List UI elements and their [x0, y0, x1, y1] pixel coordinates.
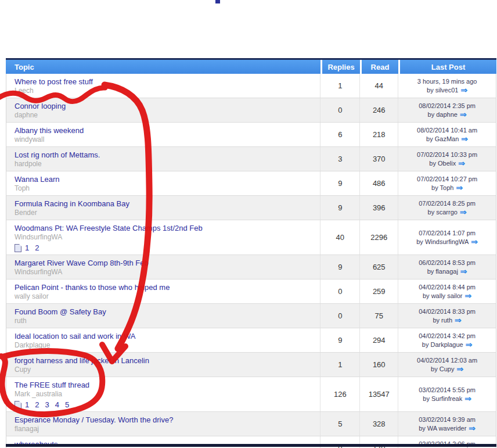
last-post-byline: by ruth ⇒	[433, 316, 461, 325]
topic-title-link[interactable]: Albany this weekend	[15, 126, 315, 135]
last-post-date: 3 hours, 19 mins ago	[417, 77, 477, 86]
goto-last-post-icon[interactable]: ⇒	[466, 342, 473, 348]
read-count: 370	[359, 147, 398, 171]
last-post-cell: 03/02/2014 9:39 am by WA waverider ⇒	[398, 412, 496, 436]
last-post-date: 08/02/2014 2:35 pm	[419, 102, 476, 110]
replies-count: 9	[320, 171, 359, 195]
read-count: 294	[359, 328, 398, 352]
page-number-link[interactable]: 1	[25, 400, 29, 409]
topic-author: daphne	[15, 111, 315, 120]
page-document-icon	[15, 244, 21, 252]
goto-last-post-icon[interactable]: ⇒	[469, 425, 476, 432]
last-post-date: 04/02/2014 3:42 pm	[419, 332, 476, 341]
last-post-cell: 08/02/2014 10:41 am by GazMan ⇒	[398, 123, 496, 146]
last-post-date: 08/02/2014 10:41 am	[417, 126, 477, 135]
table-row: The FREE stuff thread Mark _australia 12…	[6, 377, 496, 412]
topic-cell: The FREE stuff thread Mark _australia 12…	[6, 377, 320, 411]
last-post-date: 07/02/2014 8:25 pm	[419, 199, 476, 208]
table-row: Lost rig north of Mettams. hardpole 3 37…	[6, 147, 496, 171]
page-number-link[interactable]: 5	[65, 400, 69, 409]
goto-last-post-icon[interactable]: ⇒	[456, 185, 463, 191]
read-count: 259	[359, 279, 398, 303]
goto-last-post-icon[interactable]: ⇒	[461, 136, 468, 142]
topic-title-link[interactable]: Where to post free stuff	[15, 77, 315, 87]
last-post-cell: 07/02/2014 10:27 pm by Toph ⇒	[398, 171, 496, 195]
last-post-byline: by Cupy ⇒	[431, 365, 463, 374]
topic-cell: Ideal location to sail and work in WA Da…	[6, 328, 320, 352]
topic-title-link[interactable]: Lost rig north of Mettams.	[15, 150, 315, 160]
page-number-link[interactable]: 2	[35, 243, 39, 252]
last-post-byline: by Surfinfreak ⇒	[423, 395, 471, 403]
page-number-link[interactable]: 3	[45, 400, 49, 409]
column-header-last-post: Last Post	[398, 60, 496, 74]
replies-count: 3	[320, 147, 359, 171]
topic-author: Darkplague	[15, 341, 315, 350]
topic-title-link[interactable]: The FREE stuff thread	[15, 380, 315, 390]
replies-count: 9	[320, 328, 359, 352]
topic-title-link[interactable]: Pelican Point - thanks to those who help…	[15, 282, 315, 292]
last-post-cell: 3 hours, 19 mins ago by silvec01 ⇒	[398, 74, 496, 98]
last-post-cell: 06/02/2014 8:53 pm by flanagaj ⇒	[398, 255, 496, 279]
last-post-byline: by WindsurfingWA ⇒	[416, 238, 478, 246]
read-count: 44	[359, 74, 398, 98]
goto-last-post-icon[interactable]: ⇒	[455, 317, 462, 324]
goto-last-post-icon[interactable]: ⇒	[471, 239, 478, 245]
goto-last-post-icon[interactable]: ⇒	[460, 209, 467, 216]
topic-cell: Wanna Learn Toph	[6, 171, 320, 195]
last-post-user: by ruth	[433, 316, 452, 325]
topic-cell: Found Boom @ Safety Bay ruth	[6, 304, 320, 328]
topic-title-link[interactable]: Esperance Monday / Tuesday. Worth the dr…	[15, 415, 315, 425]
page-number-link[interactable]: 2	[35, 400, 39, 409]
table-row: Albany this weekend windywall 6 218 08/0…	[6, 123, 496, 147]
topic-cell: Margaret River Wave Comp 8th-9th Feb Win…	[6, 255, 320, 279]
topic-cell: forgot harness and life jacket in Lancel…	[6, 353, 320, 377]
page-number-link[interactable]: 4	[55, 400, 59, 409]
topic-title-link[interactable]: Formula Racing in Koombana Bay	[15, 199, 315, 209]
last-post-byline: by wally sailor ⇒	[423, 292, 471, 300]
last-post-byline: by daphne ⇒	[428, 110, 467, 119]
last-post-date: 07/02/2014 1:07 pm	[419, 229, 476, 238]
topic-author: flanagaj	[15, 425, 315, 433]
last-post-byline: by Toph ⇒	[431, 184, 463, 192]
last-post-date: 04/02/2014 8:33 pm	[419, 307, 476, 316]
last-post-date: 04/02/2014 12:03 am	[417, 356, 477, 365]
last-post-date: 03/02/2014 9:39 am	[419, 415, 476, 424]
replies-count: 126	[320, 377, 359, 411]
last-post-date: 07/02/2014 10:27 pm	[417, 175, 477, 184]
topic-title-link[interactable]: Found Boom @ Safety Bay	[15, 307, 315, 317]
column-header-topic: Topic	[6, 60, 320, 74]
goto-last-post-icon[interactable]: ⇒	[460, 87, 467, 94]
topic-title-link[interactable]: Margaret River Wave Comp 8th-9th Feb	[15, 258, 315, 268]
topic-title-link[interactable]: Ideal location to sail and work in WA	[15, 331, 315, 341]
topic-title-link[interactable]: Woodmans Pt: WA Freestyle State Champs 1…	[15, 223, 315, 233]
page-document-icon	[15, 401, 21, 409]
goto-last-post-icon[interactable]: ⇒	[456, 366, 463, 372]
table-row: Connor looping daphne 0 246 08/02/2014 2…	[6, 98, 496, 123]
table-row: Ideal location to sail and work in WA Da…	[6, 328, 496, 353]
last-post-cell: 07/02/2014 8:25 pm by scarrgo ⇒	[398, 196, 496, 220]
replies-count: 9	[320, 255, 359, 279]
topic-title-link[interactable]: forgot harness and life jacket in Lancel…	[15, 356, 315, 365]
topic-title-link[interactable]: Wanna Learn	[15, 174, 315, 184]
last-post-cell: 04/02/2014 8:33 pm by ruth ⇒	[398, 304, 496, 328]
topic-author: Toph	[15, 184, 315, 193]
last-post-cell: 04/02/2014 3:42 pm by Darkplague ⇒	[398, 328, 496, 352]
goto-last-post-icon[interactable]: ⇒	[458, 160, 465, 167]
goto-last-post-icon[interactable]: ⇒	[464, 293, 471, 299]
read-count: 160	[359, 353, 398, 377]
goto-last-post-icon[interactable]: ⇒	[460, 268, 467, 275]
topic-author: WindsurfingWA	[15, 233, 315, 242]
last-post-user: by WA waverider	[419, 424, 466, 433]
last-post-user: by GazMan	[426, 135, 459, 144]
replies-count: 0	[320, 304, 359, 328]
page-number-link[interactable]: 1	[25, 243, 29, 252]
replies-count: 40	[320, 220, 359, 255]
goto-last-post-icon[interactable]: ⇒	[460, 112, 467, 118]
replies-count: 1	[320, 353, 359, 377]
topic-title-link[interactable]: Connor looping	[15, 101, 315, 111]
topic-author: WindsurfingWA	[15, 268, 315, 277]
topic-pagination: 12345	[15, 400, 315, 409]
goto-last-post-icon[interactable]: ⇒	[464, 396, 471, 402]
replies-count: 0	[320, 98, 359, 122]
topic-author: Bender	[15, 209, 315, 217]
